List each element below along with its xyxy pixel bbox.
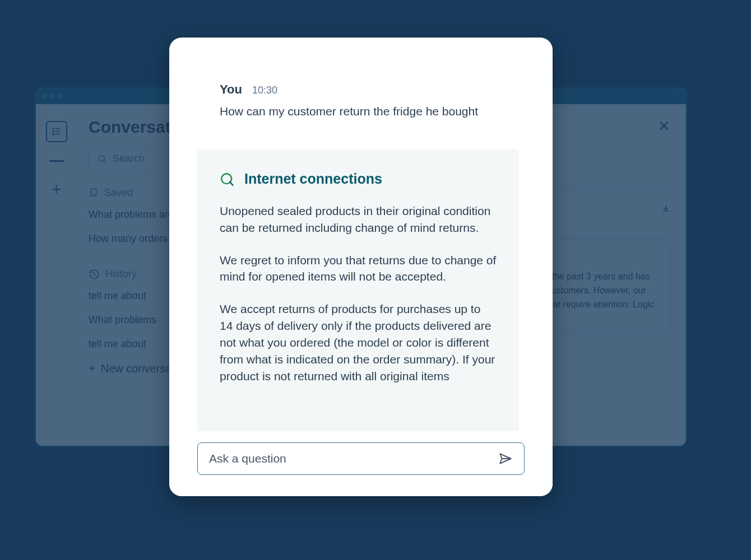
message-author: You <box>220 82 242 97</box>
answer-block: Internet connections Unopened sealed pro… <box>197 150 519 431</box>
answer-title: Internet connections <box>244 171 382 187</box>
assistant-icon <box>220 172 234 186</box>
answer-paragraph: Unopened sealed products in their origin… <box>220 203 497 236</box>
ask-input-row[interactable] <box>197 442 525 475</box>
answer-paragraph: We regret to inform you that returns due… <box>220 252 497 286</box>
send-icon[interactable] <box>498 451 513 466</box>
answer-text: Unopened sealed products in their origin… <box>220 203 497 384</box>
chat-footer <box>169 431 553 496</box>
ask-input[interactable] <box>209 452 498 465</box>
message-time: 10:30 <box>252 85 277 96</box>
chat-modal: You 10:30 How can my customer return the… <box>169 38 553 496</box>
answer-header: Internet connections <box>220 171 497 187</box>
message-header: You 10:30 <box>220 82 519 97</box>
chat-content: You 10:30 How can my customer return the… <box>169 38 553 431</box>
message-body: How can my customer return the fridge he… <box>220 104 519 119</box>
answer-paragraph: We accept returns of products for purcha… <box>220 301 497 384</box>
